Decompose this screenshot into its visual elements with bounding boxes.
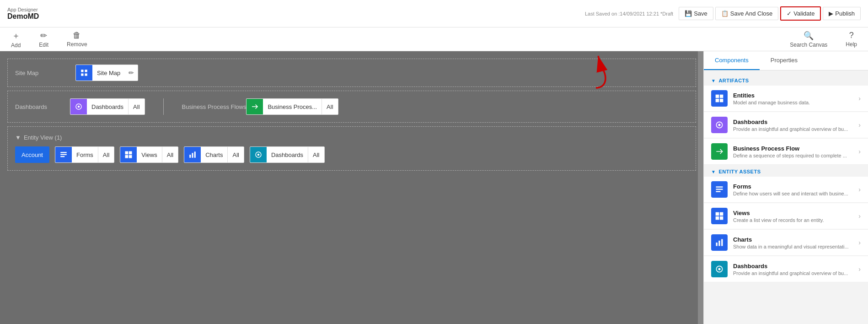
- svg-rect-32: [716, 243, 718, 246]
- panel-tabs: Components Properties: [704, 51, 868, 70]
- canvas-scrollbar[interactable]: [698, 51, 703, 324]
- svg-rect-28: [716, 212, 719, 216]
- panel-forms-title: Forms: [733, 183, 853, 190]
- remove-button[interactable]: 🗑 Remove: [63, 29, 91, 49]
- panel-dashboards-chevron-icon: ›: [858, 121, 861, 129]
- dashboards-label: Dashboards: [87, 103, 128, 110]
- panel-item-forms[interactable]: Forms Define how users will see and inte…: [704, 177, 868, 203]
- edit-icon: ✏: [40, 31, 47, 41]
- site-map-section: Site Map Site Map ✏: [7, 59, 696, 87]
- bpf-label: Business Proces...: [263, 103, 321, 110]
- svg-rect-34: [721, 239, 723, 246]
- entity-view-label: Entity View (1): [24, 134, 62, 141]
- site-map-edit-icon[interactable]: ✏: [125, 69, 138, 76]
- forms-block[interactable]: Forms All: [55, 146, 114, 163]
- save-icon: 💾: [685, 10, 692, 17]
- publish-button[interactable]: ▶ Publish: [823, 7, 861, 20]
- svg-rect-27: [716, 191, 721, 192]
- account-badge[interactable]: Account: [15, 146, 49, 163]
- forms-all[interactable]: All: [98, 151, 114, 158]
- canvas[interactable]: Site Map Site Map ✏ Dashboards: [0, 51, 703, 324]
- charts-block[interactable]: Charts All: [184, 146, 244, 163]
- dashboards-all[interactable]: All: [129, 103, 144, 110]
- site-map-block[interactable]: Site Map ✏: [75, 65, 138, 81]
- svg-rect-30: [716, 216, 719, 220]
- charts-icon: [184, 146, 201, 163]
- entity-assets-header: ▼ ENTITY ASSETS: [704, 165, 868, 176]
- entity-dashboards-all[interactable]: All: [308, 151, 324, 158]
- svg-rect-14: [192, 153, 193, 158]
- charts-label: Charts: [201, 151, 227, 158]
- panel-bpf-icon: [711, 143, 728, 160]
- panel-entity-dashboards-desc: Provide an insightful and graphical over…: [733, 270, 853, 276]
- panel-bpf-desc: Define a sequence of steps required to c…: [733, 153, 853, 158]
- search-icon: 🔍: [804, 31, 814, 41]
- dashboards-content: Dashboards All: [70, 98, 145, 115]
- tab-components[interactable]: Components: [704, 51, 760, 70]
- save-button[interactable]: 💾 Save: [679, 7, 713, 20]
- svg-rect-6: [60, 152, 67, 153]
- svg-point-24: [718, 124, 721, 126]
- remove-icon: 🗑: [73, 31, 81, 40]
- bpf-content: Business Proces... All: [246, 98, 338, 115]
- publish-icon: ▶: [829, 10, 833, 17]
- help-icon: ?: [849, 31, 854, 40]
- svg-rect-7: [60, 154, 67, 155]
- validate-button[interactable]: ✓ Validate: [780, 6, 821, 21]
- panel-views-text: Views Create a list view of records for …: [733, 210, 853, 223]
- top-right-toolbar: Last Saved on :14/09/2021 12:21 *Draft 💾…: [585, 6, 861, 21]
- svg-rect-15: [194, 151, 196, 158]
- panel-entity-dashboards-text: Dashboards Provide an insightful and gra…: [733, 263, 853, 276]
- dashboards-block[interactable]: Dashboards All: [70, 98, 145, 115]
- add-button[interactable]: ＋ Add: [7, 28, 24, 50]
- panel-charts-desc: Show data in a meaningful and visual rep…: [733, 244, 853, 249]
- charts-all[interactable]: All: [228, 151, 243, 158]
- panel-views-icon: [711, 208, 728, 224]
- svg-rect-22: [720, 99, 723, 103]
- panel-item-bpf[interactable]: Business Process Flow Define a sequence …: [704, 139, 868, 165]
- panel-item-entities[interactable]: Entities Model and manage business data.…: [704, 86, 868, 112]
- svg-rect-26: [716, 189, 723, 190]
- panel-entity-dashboards-chevron-icon: ›: [858, 265, 861, 273]
- entity-view-header: ▼ Entity View (1): [15, 134, 688, 141]
- bpf-all[interactable]: All: [322, 103, 338, 110]
- edit-button[interactable]: ✏ Edit: [35, 29, 52, 50]
- svg-rect-13: [189, 155, 191, 158]
- toolbar-left: ＋ Add ✏ Edit 🗑 Remove: [7, 28, 91, 50]
- panel-bpf-title: Business Process Flow: [733, 145, 853, 152]
- views-block[interactable]: Views All: [120, 146, 178, 163]
- views-all[interactable]: All: [162, 151, 178, 158]
- search-canvas-button[interactable]: 🔍 Search Canvas: [786, 29, 831, 50]
- panel-bpf-chevron-icon: ›: [858, 148, 861, 155]
- help-button[interactable]: ? Help: [842, 29, 861, 49]
- svg-rect-9: [125, 151, 129, 155]
- svg-rect-1: [85, 70, 87, 72]
- panel-forms-desc: Define how users will see and interact w…: [733, 191, 853, 196]
- panel-dashboards-desc: Provide an insightful and graphical over…: [733, 126, 853, 132]
- entity-view-chevron-icon: ▼: [15, 134, 21, 141]
- panel-item-entity-dashboards[interactable]: Dashboards Provide an insightful and gra…: [704, 256, 868, 282]
- site-map-label: Site Map: [15, 70, 70, 76]
- svg-rect-2: [81, 74, 83, 76]
- entities-desc: Model and manage business data.: [733, 100, 853, 105]
- entities-chevron-icon: ›: [858, 95, 861, 102]
- svg-rect-3: [85, 74, 87, 76]
- panel-item-dashboards[interactable]: Dashboards Provide an insightful and gra…: [704, 112, 868, 138]
- panel-dashboards-text: Dashboards Provide an insightful and gra…: [733, 119, 853, 132]
- right-panel: Components Properties ▼ ARTIFACTS Entiti…: [703, 51, 868, 324]
- panel-item-charts[interactable]: Charts Show data in a meaningful and vis…: [704, 230, 868, 256]
- panel-views-desc: Create a list view of records for an ent…: [733, 217, 853, 223]
- svg-rect-21: [716, 99, 719, 103]
- entity-dashboards-icon: [250, 146, 267, 163]
- entity-dashboards-block[interactable]: Dashboards All: [250, 146, 325, 163]
- artifacts-chevron-icon: ▼: [711, 78, 716, 83]
- panel-forms-text: Forms Define how users will see and inte…: [733, 183, 853, 196]
- tab-properties[interactable]: Properties: [760, 51, 809, 70]
- panel-content: ▼ ARTIFACTS Entities Model and manage bu…: [704, 70, 868, 286]
- panel-item-views[interactable]: Views Create a list view of records for …: [704, 203, 868, 229]
- save-and-close-button[interactable]: 📋 Save And Close: [715, 7, 779, 20]
- entity-view-section: ▼ Entity View (1) Account Forms All: [7, 126, 696, 171]
- top-bar: App Designer DemoMD Last Saved on :14/09…: [0, 0, 868, 27]
- svg-rect-31: [720, 216, 723, 220]
- bpf-block[interactable]: Business Proces... All: [246, 98, 338, 115]
